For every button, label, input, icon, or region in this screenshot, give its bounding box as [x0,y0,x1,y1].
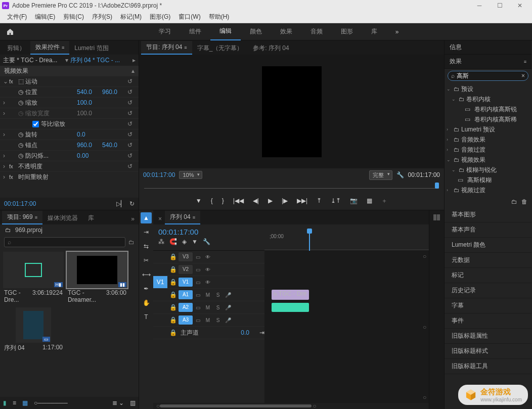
hand-tool[interactable]: ✋ [141,297,152,308]
fx-sequence-clip[interactable]: 序列 04 * TGC - ... [70,56,130,65]
track-a2[interactable]: 🔒A2▭MS🎤 [153,301,264,314]
zoom-select[interactable]: 10% [179,171,202,179]
panel-legacy-title-props[interactable]: 旧版标题属性 [445,329,531,344]
snap-icon[interactable]: ⁂ [158,238,164,245]
tab-media-browser[interactable]: 媒体浏览器 [42,212,83,224]
selection-tool[interactable]: ▲ [141,212,152,223]
eff-blur[interactable]: ⌄🗀模糊与锐化 [445,165,531,175]
marker-icon[interactable]: ◈ [182,238,187,245]
clear-search-icon[interactable]: × [521,72,525,79]
eff-lumetri[interactable]: ›🗀Lumetri 预设 [445,124,531,134]
menu-sequence[interactable]: 序列(S) [88,12,116,22]
panel-legacy-title-styles[interactable]: 旧版标题样式 [445,344,531,359]
ws-graphics[interactable]: 图形 [332,23,362,40]
menu-marker[interactable]: 标记(M) [116,12,146,22]
ws-editing[interactable]: 编辑 [210,23,241,40]
sort-icon[interactable]: ≣ ⌄ [112,399,124,406]
panel-events[interactable]: 事件 [445,313,531,329]
tab-overflow[interactable]: » [129,213,137,224]
panel-captions[interactable]: 字幕 [445,298,531,313]
icon-view-icon[interactable]: ▦ [22,399,28,406]
fx-only-icon[interactable]: ▷▏ [116,200,125,207]
maximize-button[interactable]: ☐ [490,0,510,11]
clip-audio[interactable] [272,303,309,312]
bin-sequence[interactable]: ▭ 序列 041:17:00 [3,307,64,353]
fx-timecode[interactable]: 00:01:17:00 [4,200,36,207]
fx-time-remap[interactable]: ›fx时间重映射 [0,171,139,182]
new-bin-icon[interactable]: 🗀 [511,198,517,205]
bin-video[interactable]: ▮▮ TGC - Dreamer...3:06:00 [67,252,127,304]
program-monitor[interactable] [139,55,444,168]
minimize-button[interactable]: ─ [469,0,490,11]
fx-motion[interactable]: ⌄fx⬚运动↺ [0,76,139,86]
panel-essential-graphics[interactable]: 基本图形 [445,207,531,222]
ws-audio[interactable]: 音频 [301,23,332,40]
write-toggle[interactable]: ▮ [3,399,7,406]
fx-opacity[interactable]: ›fx不透明度↺ [0,161,139,171]
new-bin-icon[interactable]: 🗀 [128,239,135,246]
mark-in-icon[interactable]: ▼ [196,197,202,204]
program-tc-right[interactable]: 00:01:17:00 [408,171,440,178]
clip-video[interactable]: fx TGC - Dre [272,290,309,300]
project-search-input[interactable]: ⌕ [4,237,125,247]
track-a3[interactable]: 🔒A3▭MS🎤 [153,314,264,327]
program-tc-left[interactable]: 00:01:17:00 [143,171,175,178]
auto-icon[interactable]: ▥ [130,399,136,406]
type-tool[interactable]: T [141,311,152,323]
timeline-tc[interactable]: 00:01:17:00 [158,228,259,236]
fx-antiflicker[interactable]: ›◷防闪烁...0.00↺ [0,150,139,161]
fx-uniform-scale[interactable]: 等比缩放↺ [0,118,139,129]
tab-effects-panel[interactable]: 效果≡ [445,55,531,69]
tab-sequence[interactable]: 序列 04≡ [165,211,200,224]
step-back-icon[interactable]: ◀| [253,197,259,204]
eff-audiofx[interactable]: ›🗀音频效果 [445,134,531,145]
add-button-icon[interactable]: ＋ [381,197,387,205]
bin-audio[interactable]: H▮ TGC - Dre...3:06:19224 [3,252,64,304]
home-button[interactable] [0,28,20,36]
timeline-canvas[interactable]: fx TGC - Dre ○○○ [264,251,429,403]
fx-scale[interactable]: ›◷缩放100.0↺ [0,97,139,108]
tl-settings-icon[interactable]: ▼ [192,238,198,245]
track-v1[interactable]: V1🔒V1▭👁 [153,276,264,289]
fx-master-clip[interactable]: 主要 * TGC - Drea... [3,56,63,65]
pen-tool[interactable]: ✒ [141,283,152,294]
track-master[interactable]: 🔒主声道0.0⇥ [153,327,264,339]
resolution-select[interactable]: 完整 [369,170,392,180]
mark-out-icon[interactable]: { [211,197,213,204]
menu-graphics[interactable]: 图形(G) [146,12,174,22]
timeline-scrollbar[interactable]: ○○ [153,403,429,409]
panel-markers[interactable]: 标记 [445,268,531,283]
play-icon[interactable]: ▶ [268,197,273,204]
panel-lumetri-color[interactable]: Lumetri 颜色 [445,238,531,253]
tab-lumetri-scopes[interactable]: Lumetri 范围 [69,42,113,55]
ws-overflow[interactable]: » [391,28,403,35]
wrench-icon[interactable]: 🔧 [203,238,210,245]
effects-search[interactable]: ⌕ 高斯 × [448,71,528,81]
monitor-ruler[interactable] [144,181,439,192]
eff-conv[interactable]: ⌄🗀卷积内核 [445,94,531,104]
mark-clip-icon[interactable]: } [222,197,224,204]
zoom-slider[interactable]: ○─────── [34,399,106,406]
eff-presets[interactable]: ⌄🗀预设 [445,84,531,94]
panel-essential-sound[interactable]: 基本声音 [445,222,531,238]
panel-metadata[interactable]: 元数据 [445,253,531,268]
tl-close[interactable]: × [155,213,165,224]
linked-sel-icon[interactable]: 🧲 [169,238,177,245]
fx-loop-icon[interactable]: ↻ [129,200,135,207]
timeline-ruler[interactable]: ;00:00 [264,224,429,250]
ws-effects[interactable]: 效果 [271,23,301,40]
fx-position[interactable]: ◷位置540.0960.0↺ [0,86,139,97]
track-select-tool[interactable]: ⇥ [141,226,152,238]
track-a1[interactable]: 🔒A1▭MS🎤 [153,289,264,301]
track-v2[interactable]: 🔒V2▭👁 [153,263,264,276]
eff-audiotr[interactable]: ›🗀音频过渡 [445,145,531,155]
ws-libraries[interactable]: 库 [362,23,386,40]
delete-icon[interactable]: 🗑 [521,198,527,205]
lift-icon[interactable]: ⤒ [317,197,322,204]
tab-project[interactable]: 项目: 969≡ [2,211,42,224]
compare-icon[interactable]: ▦ [367,197,372,204]
close-button[interactable]: ✕ [510,0,530,11]
panel-history[interactable]: 历史记录 [445,283,531,298]
ripple-tool[interactable]: ⇆ [141,241,152,252]
ws-color[interactable]: 颜色 [241,23,271,40]
